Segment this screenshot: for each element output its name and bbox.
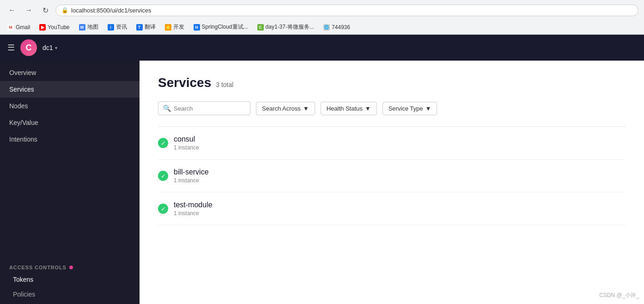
- sidebar-item-key-value[interactable]: Key/Value: [0, 114, 140, 131]
- reload-button[interactable]: ↻: [39, 4, 52, 17]
- service-row[interactable]: ✓ test-module 1 instance: [158, 192, 626, 225]
- service-health-icon: ✓: [158, 204, 168, 214]
- service-type-label: Service Type: [389, 105, 423, 112]
- health-status-button[interactable]: Health Status ▼: [321, 102, 377, 115]
- search-icon: 🔍: [163, 105, 171, 112]
- sidebar-sub-item-label: Tokens: [13, 276, 33, 283]
- sidebar-item-label: Key/Value: [9, 119, 38, 126]
- bookmark-favicon: i: [108, 24, 114, 31]
- sidebar-item-overview[interactable]: Overview: [0, 64, 140, 81]
- bookmark-item[interactable]: ▶YouTube: [37, 23, 71, 31]
- bookmark-favicon: T: [136, 24, 143, 31]
- sidebar-item-label: Services: [9, 86, 34, 93]
- access-controls-label: ACCESS CONTROLS: [9, 265, 67, 270]
- address-bar[interactable]: 🔒 localhost:8500/ui/dc1/services: [55, 5, 638, 16]
- url-text: localhost:8500/ui/dc1/services: [71, 7, 151, 14]
- search-across-chevron: ▼: [303, 105, 309, 112]
- dc-label: dc1: [43, 44, 53, 51]
- sidebar-nav: OverviewServicesNodesKey/ValueIntentions: [0, 61, 140, 257]
- main-content: Services 3 total 🔍 Search Across ▼ Healt…: [140, 61, 644, 304]
- bookmark-item[interactable]: i资讯: [106, 22, 129, 32]
- sidebar-item-label: Overview: [9, 69, 36, 76]
- sidebar-item-nodes[interactable]: Nodes: [0, 98, 140, 114]
- sidebar-sub-item-label: Policies: [13, 291, 35, 298]
- page-title: Services: [158, 75, 211, 90]
- bookmark-label: 地图: [87, 23, 98, 31]
- forward-button[interactable]: →: [22, 4, 35, 17]
- sidebar-sub-nav: TokensPoliciesRolesAuth Methods: [0, 272, 140, 304]
- bookmarks-bar: MGmail▶YouTubeM地图i资讯T翻译⭐开发NSpringCloud重试…: [0, 20, 644, 34]
- filter-bar: 🔍 Search Across ▼ Health Status ▼ Servic…: [158, 101, 626, 115]
- lock-icon: 🔒: [61, 7, 68, 13]
- service-health-icon: ✓: [158, 171, 168, 181]
- sidebar-sub-item-roles[interactable]: Roles: [0, 302, 140, 304]
- service-type-button[interactable]: Service Type ▼: [383, 102, 437, 115]
- sidebar-item-label: Intentions: [9, 136, 37, 143]
- service-name: test-module: [174, 201, 213, 209]
- bookmark-label: 翻译: [145, 23, 156, 31]
- bookmark-favicon: ▶: [39, 24, 46, 31]
- bookmark-item[interactable]: 🌐744936: [322, 23, 352, 31]
- search-across-button[interactable]: Search Across ▼: [256, 102, 315, 115]
- bookmark-favicon: ⭐: [165, 24, 171, 31]
- service-type-chevron: ▼: [425, 105, 431, 112]
- bookmark-label: Gmail: [16, 24, 30, 31]
- bookmark-item[interactable]: ⭐开发: [163, 22, 186, 32]
- health-status-chevron: ▼: [365, 105, 371, 112]
- browser-nav: ← → ↻ 🔒 localhost:8500/ui/dc1/services: [0, 0, 644, 20]
- bookmark-favicon: C: [257, 24, 264, 31]
- sidebar-item-services[interactable]: Services: [0, 81, 140, 98]
- health-status-label: Health Status: [327, 105, 363, 112]
- bookmark-favicon: M: [7, 24, 14, 31]
- browser-chrome: ← → ↻ 🔒 localhost:8500/ui/dc1/services M…: [0, 0, 644, 35]
- service-info: test-module 1 instance: [174, 201, 213, 217]
- bookmark-label: 资讯: [116, 23, 127, 31]
- bookmark-label: 开发: [173, 23, 184, 31]
- watermark: CSDN @_小许_: [599, 292, 639, 299]
- service-info: consul 1 instance: [174, 135, 199, 151]
- service-row[interactable]: ✓ bill-service 1 instance: [158, 160, 626, 192]
- access-dot-icon: [69, 266, 73, 269]
- consul-logo: C: [20, 39, 37, 56]
- back-button[interactable]: ←: [6, 4, 18, 17]
- sidebar-item-label: Nodes: [9, 102, 28, 110]
- bookmark-label: YouTube: [48, 24, 69, 31]
- bookmark-item[interactable]: MGmail: [6, 23, 32, 31]
- sidebar-sub-item-tokens[interactable]: Tokens: [0, 272, 140, 287]
- bookmark-favicon: M: [79, 24, 85, 31]
- bookmark-item[interactable]: M地图: [77, 22, 100, 32]
- bookmark-favicon: N: [194, 24, 200, 31]
- access-controls-section: ACCESS CONTROLS: [0, 257, 140, 272]
- bookmark-label: SpringCloud重试...: [202, 23, 248, 31]
- service-row[interactable]: ✓ consul 1 instance: [158, 127, 626, 160]
- app-container: OverviewServicesNodesKey/ValueIntentions…: [0, 61, 644, 304]
- bookmark-item[interactable]: NSpringCloud重试...: [192, 22, 250, 32]
- bookmark-favicon: 🌐: [323, 24, 330, 31]
- dc-selector[interactable]: dc1 ▾: [43, 44, 57, 51]
- service-instances: 1 instance: [174, 144, 199, 151]
- bookmark-item[interactable]: Cday1-37-将微服务...: [255, 22, 316, 32]
- search-input[interactable]: [174, 105, 245, 112]
- search-box[interactable]: 🔍: [158, 101, 250, 115]
- hamburger-icon[interactable]: ☰: [7, 43, 15, 53]
- sidebar: OverviewServicesNodesKey/ValueIntentions…: [0, 61, 140, 304]
- sidebar-sub-item-policies[interactable]: Policies: [0, 287, 140, 302]
- bookmark-label: day1-37-将微服务...: [266, 23, 314, 31]
- service-instances: 1 instance: [174, 210, 213, 217]
- service-name: bill-service: [174, 168, 209, 176]
- app-header: ☰ C dc1 ▾: [0, 35, 644, 61]
- service-list: ✓ consul 1 instance ✓ bill-service 1 ins…: [158, 127, 626, 225]
- service-name: consul: [174, 135, 199, 143]
- chevron-down-icon: ▾: [55, 45, 57, 50]
- sidebar-item-intentions[interactable]: Intentions: [0, 131, 140, 148]
- service-health-icon: ✓: [158, 138, 168, 148]
- bookmark-item[interactable]: T翻译: [134, 22, 158, 32]
- total-badge: 3 total: [216, 81, 233, 88]
- bookmark-label: 744936: [332, 24, 350, 31]
- search-across-label: Search Across: [262, 105, 301, 112]
- page-title-container: Services 3 total: [158, 75, 626, 90]
- service-instances: 1 instance: [174, 177, 209, 184]
- service-info: bill-service 1 instance: [174, 168, 209, 184]
